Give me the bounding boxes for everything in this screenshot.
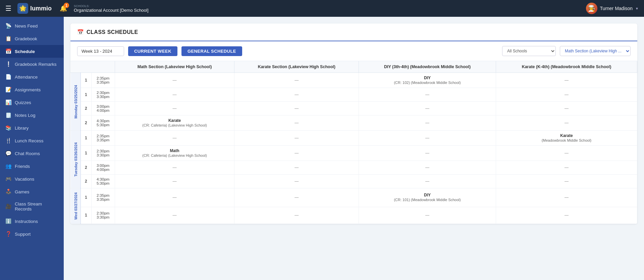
sidebar-item-support[interactable]: ❓ Support bbox=[0, 228, 64, 240]
username: Turner Madison bbox=[600, 6, 633, 11]
section-filter[interactable]: Math Section (Lakeview High ... bbox=[560, 46, 631, 56]
sidebar-item-label: Lunch Recess bbox=[15, 138, 44, 143]
sidebar-item-attendance[interactable]: 📄 Attendance bbox=[0, 71, 64, 83]
friends-icon: 👥 bbox=[5, 163, 11, 169]
content-cell: — bbox=[115, 131, 234, 146]
sidebar-item-instructions[interactable]: ℹ️ Instructions bbox=[0, 215, 64, 228]
content-cell: — bbox=[496, 115, 637, 131]
gradebook-icon: 📋 bbox=[5, 36, 11, 42]
content-cell: — bbox=[234, 161, 359, 175]
sidebar-item-news-feed[interactable]: 📡 News Feed bbox=[0, 19, 64, 32]
logo: 🌟 lummio bbox=[17, 3, 52, 14]
sidebar-item-label: Vacations bbox=[15, 177, 34, 182]
content-cell: — bbox=[234, 188, 359, 207]
quizzes-icon: 📊 bbox=[5, 99, 11, 105]
games-icon: 🕹️ bbox=[5, 189, 11, 195]
class-stream-records-icon: 🎥 bbox=[5, 203, 11, 209]
content-cell: — bbox=[496, 175, 637, 188]
content-cell: Karate(Meadowbrook Middle School) bbox=[496, 131, 637, 146]
sidebar-item-chat-rooms[interactable]: 💬 Chat Rooms bbox=[0, 147, 64, 160]
content-cell: — bbox=[496, 188, 637, 207]
sidebar-item-label: Assignments bbox=[15, 87, 41, 92]
content-cell: — bbox=[359, 131, 496, 146]
table-row: Tuesday 03/26/202412:35pm3:35pm———Karate… bbox=[70, 131, 637, 146]
content-cell: — bbox=[496, 88, 637, 102]
time-cell: 4:30pm5:30pm bbox=[91, 115, 115, 131]
sidebar-item-gradebook-remarks[interactable]: ❕ Gradebook Remarks bbox=[0, 58, 64, 71]
content-cell: — bbox=[496, 102, 637, 115]
sidebar-item-schedule[interactable]: 📅 Schedule bbox=[0, 45, 64, 58]
day-label-cell: Tuesday 03/26/2024 bbox=[70, 131, 80, 188]
notification-bell[interactable]: 🔔 1 bbox=[60, 5, 67, 12]
sidebar-item-library[interactable]: 📚 Library bbox=[0, 122, 64, 134]
notes-log-icon: 🗒️ bbox=[5, 112, 11, 118]
week-input[interactable] bbox=[77, 46, 124, 56]
day-label-cell: Wed 03/27/2024 bbox=[70, 188, 80, 224]
sidebar-item-quizzes[interactable]: 📊 Quizzes bbox=[0, 96, 64, 109]
content-cell: — bbox=[234, 102, 359, 115]
sidebar-item-label: Attendance bbox=[15, 75, 38, 80]
user-chevron-icon: ▼ bbox=[635, 7, 639, 10]
sidebar-item-games[interactable]: 🕹️ Games bbox=[0, 185, 64, 198]
content-cell: — bbox=[115, 102, 234, 115]
slot-number: 1 bbox=[80, 73, 91, 88]
content-cell: — bbox=[234, 175, 359, 188]
attendance-icon: 📄 bbox=[5, 74, 11, 80]
content-cell: — bbox=[115, 207, 234, 224]
table-header-row: Math Section (Lakeview High School) Kara… bbox=[70, 61, 637, 73]
content-cell: — bbox=[496, 146, 637, 161]
layout: 📡 News Feed 📋 Gradebook 📅 Schedule ❕ Gra… bbox=[0, 17, 644, 280]
content-cell: — bbox=[359, 207, 496, 224]
sidebar-item-label: Class Stream Records bbox=[15, 201, 58, 212]
content-cell: — bbox=[359, 115, 496, 131]
content-cell: — bbox=[115, 188, 234, 207]
sidebar-item-assignments[interactable]: 📝 Assignments bbox=[0, 83, 64, 96]
page-title: CLASS SCHEDULE bbox=[87, 29, 138, 35]
table-row: 24:30pm5:30pmKarate(CR: Cafeteria) (Lake… bbox=[70, 115, 637, 131]
table-row: Wed 03/27/202412:35pm3:35pm——DIY(CR: 101… bbox=[70, 188, 637, 207]
schools-selector[interactable]: SCHOOLS: Organizational Account [Demo Sc… bbox=[74, 4, 149, 13]
content-cell: DIY(CR: 102) (Meadowbrook Middle School) bbox=[359, 73, 496, 88]
sidebar-item-label: Gradebook bbox=[15, 36, 37, 41]
time-cell: 2:30pm3:30pm bbox=[91, 207, 115, 224]
schools-name: Organizational Account [Demo School] bbox=[74, 8, 149, 13]
schedule-table-wrap: Math Section (Lakeview High School) Kara… bbox=[70, 61, 637, 224]
content-cell: — bbox=[234, 131, 359, 146]
content-cell: Karate(CR: Cafeteria) (Lakeview High Sch… bbox=[115, 115, 234, 131]
col-header-karate-k4: Karate (K-4th) (Meadowbrook Middle Schoo… bbox=[496, 61, 637, 73]
content-cell: — bbox=[496, 73, 637, 88]
content-cell: — bbox=[234, 88, 359, 102]
time-cell: 3:00pm4:00pm bbox=[91, 102, 115, 115]
menu-icon[interactable]: ☰ bbox=[5, 4, 11, 12]
slot-number: 1 bbox=[80, 88, 91, 102]
support-icon: ❓ bbox=[5, 231, 11, 237]
time-cell: 4:30pm5:30pm bbox=[91, 175, 115, 188]
sidebar-item-vacations[interactable]: 🎮 Vacations bbox=[0, 173, 64, 185]
content-cell: DIY(CR: 101) (Meadowbrook Middle School) bbox=[359, 188, 496, 207]
content-cell: — bbox=[359, 146, 496, 161]
content-cell: Math(CR: Cafeteria) (Lakeview High Schoo… bbox=[115, 146, 234, 161]
schools-filter[interactable]: All Schools bbox=[502, 46, 556, 56]
sidebar-item-gradebook[interactable]: 📋 Gradebook bbox=[0, 32, 64, 45]
user-menu[interactable]: 🧑‍🍳 Turner Madison ▼ bbox=[586, 3, 639, 14]
general-schedule-button[interactable]: GENERAL SCHEDULE bbox=[181, 46, 242, 56]
avatar: 🧑‍🍳 bbox=[586, 3, 597, 14]
slot-number: 2 bbox=[80, 115, 91, 131]
sidebar-item-class-stream-records[interactable]: 🎥 Class Stream Records bbox=[0, 198, 64, 215]
sidebar-item-lunch-recess[interactable]: 🍴 Lunch Recess bbox=[0, 134, 64, 147]
sidebar-item-label: Chat Rooms bbox=[15, 151, 40, 156]
table-row: 23:00pm4:00pm———— bbox=[70, 161, 637, 175]
sidebar-item-label: Gradebook Remarks bbox=[15, 62, 57, 67]
slot-number: 1 bbox=[80, 207, 91, 224]
content-cell: — bbox=[359, 161, 496, 175]
sidebar-item-friends[interactable]: 👥 Friends bbox=[0, 160, 64, 173]
time-cell: 2:30pm3:30pm bbox=[91, 88, 115, 102]
assignments-icon: 📝 bbox=[5, 87, 11, 93]
content-cell: — bbox=[115, 175, 234, 188]
schedule-container: 📅 CLASS SCHEDULE CURRENT WEEK GENERAL SC… bbox=[70, 24, 637, 224]
content-cell: — bbox=[496, 207, 637, 224]
sidebar-item-notes-log[interactable]: 🗒️ Notes Log bbox=[0, 109, 64, 122]
content-cell: — bbox=[359, 175, 496, 188]
table-row: 12:30pm3:30pm———— bbox=[70, 88, 637, 102]
current-week-button[interactable]: CURRENT WEEK bbox=[128, 46, 177, 56]
